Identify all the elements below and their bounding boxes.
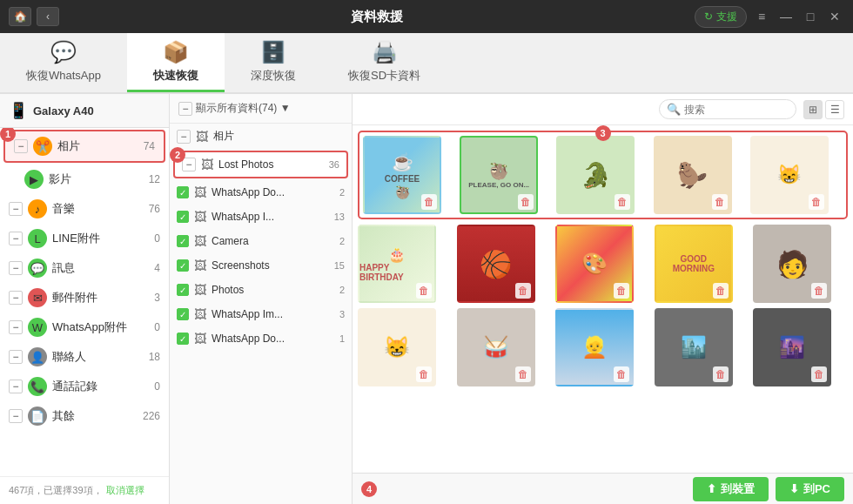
- sidebar-item-video[interactable]: ▶ 影片 12: [0, 165, 169, 194]
- mid-wdo2-label: WhatsApp Do...: [212, 333, 285, 345]
- delete-p6[interactable]: 🗑: [416, 283, 432, 299]
- collapse-calllog[interactable]: −: [9, 380, 23, 393]
- sidebar-item-calllog[interactable]: − 📞 通話記錄 0: [0, 372, 169, 401]
- middle-item-whatsapp-do1[interactable]: ✓ 🖼 WhatsApp Do... 2: [170, 180, 352, 205]
- to-device-button[interactable]: ⬆ 到裝置: [693, 477, 769, 501]
- delete-p8[interactable]: 🗑: [614, 283, 629, 299]
- collapse-messages[interactable]: −: [9, 261, 23, 275]
- check-screenshots[interactable]: ✓: [177, 259, 189, 272]
- check-whatsapp-i[interactable]: ✓: [177, 211, 189, 223]
- collapse-line[interactable]: −: [9, 232, 23, 245]
- tab-deep-restore[interactable]: 🗄️ 深度恢復: [225, 33, 322, 92]
- device-name: Galaxy A40: [33, 104, 94, 118]
- collapse-photos[interactable]: −: [14, 139, 28, 153]
- whatsapp-tab-icon: 💬: [50, 40, 77, 64]
- check-camera[interactable]: ✓: [177, 235, 189, 247]
- collapse-lost-photos[interactable]: −: [182, 158, 196, 171]
- to-pc-button[interactable]: ⬇ 到PC: [776, 477, 844, 501]
- video-count: 12: [149, 173, 160, 185]
- support-button[interactable]: ↻ 支援: [695, 6, 747, 28]
- minimize-button[interactable]: —: [776, 7, 796, 26]
- check-wim[interactable]: ✓: [177, 308, 189, 320]
- collapse-email[interactable]: −: [9, 291, 23, 305]
- quick-tab-icon: 📦: [163, 40, 189, 64]
- view-toggle: ⊞ ☰: [803, 100, 844, 119]
- collapse-all-btn[interactable]: −: [178, 102, 192, 116]
- delete-p11[interactable]: 🗑: [416, 366, 432, 382]
- clear-selection-link[interactable]: 取消選擇: [106, 484, 144, 497]
- messages-icon: 💬: [28, 259, 47, 278]
- photo-item-p15[interactable]: 🌆 🗑: [753, 308, 831, 386]
- photo-item-p11[interactable]: 😸 🗑: [358, 308, 436, 386]
- delete-p4[interactable]: 🗑: [712, 194, 728, 210]
- delete-p7[interactable]: 🗑: [515, 283, 531, 299]
- sidebar-item-photos[interactable]: − ✂️ 相片 74 1: [3, 130, 165, 163]
- collapse-contacts[interactable]: −: [9, 350, 23, 364]
- collapse-whatsapp[interactable]: −: [9, 320, 23, 334]
- photo-item-p4[interactable]: 🦫 🗑: [654, 136, 732, 214]
- mid-photos-label: 相片: [213, 129, 234, 144]
- delete-p12[interactable]: 🗑: [515, 366, 531, 382]
- middle-item-whatsapp-im[interactable]: ✓ 🖼 WhatsApp Im... 3: [170, 302, 352, 326]
- list-view-button[interactable]: ☰: [825, 100, 844, 119]
- delete-p5[interactable]: 🗑: [809, 194, 824, 210]
- photo-item-p5[interactable]: 😸 🗑: [750, 136, 829, 214]
- photo-item-p12[interactable]: 🥁 🗑: [457, 308, 535, 386]
- search-box[interactable]: 🔍: [659, 99, 796, 119]
- photo-row-1-group: ☕COFFEE 🦥 🗑 🦥 PLEASE, GO ON... 🗑 🐊: [358, 131, 848, 219]
- middle-item-whatsapp-i[interactable]: ✓ 🖼 WhatsApp I... 13: [170, 205, 352, 229]
- folder-icon-wd2: 🖼: [194, 332, 206, 346]
- middle-item-photos[interactable]: − 🖼 相片: [170, 124, 352, 149]
- delete-p10[interactable]: 🗑: [811, 283, 827, 299]
- collapse-audio[interactable]: −: [9, 202, 23, 216]
- check-whatsapp-do1[interactable]: ✓: [177, 186, 189, 198]
- menu-button[interactable]: ≡: [752, 7, 771, 26]
- sidebar-item-email[interactable]: − ✉ 郵件附件 3: [0, 283, 169, 312]
- collapse-other[interactable]: −: [9, 409, 23, 423]
- check-photos2[interactable]: ✓: [177, 284, 189, 296]
- photo-item-p7[interactable]: 🏀 🗑: [457, 225, 535, 303]
- photo-item-p3[interactable]: 🐊 🗑: [556, 136, 635, 214]
- sidebar-item-line[interactable]: − L LINE附件 0: [0, 224, 169, 253]
- middle-item-photos2[interactable]: ✓ 🖼 Photos 2: [170, 278, 352, 302]
- delete-p9[interactable]: 🗑: [713, 283, 729, 299]
- delete-p15[interactable]: 🗑: [811, 366, 827, 382]
- whatsapp-label: WhatsApp附件: [52, 319, 127, 335]
- photo-item-p6[interactable]: 🎂 HAPPY BIRTHDAY 🗑: [358, 225, 436, 303]
- photo-item-p8[interactable]: 🎨 🗑: [555, 225, 634, 303]
- delete-p14[interactable]: 🗑: [713, 366, 729, 382]
- sidebar-item-audio[interactable]: − ♪ 音樂 76: [0, 194, 169, 224]
- collapse-photos-mid[interactable]: −: [177, 130, 191, 144]
- sidebar-item-messages[interactable]: − 💬 訊息 4: [0, 253, 169, 283]
- tab-quick-restore[interactable]: 📦 快速恢復: [127, 33, 225, 92]
- delete-p3[interactable]: 🗑: [615, 194, 630, 210]
- middle-item-screenshots[interactable]: ✓ 🖼 Screenshots 15: [170, 253, 352, 278]
- photo-item-p13[interactable]: 👱 🗑: [555, 308, 634, 386]
- middle-item-camera[interactable]: ✓ 🖼 Camera 2: [170, 229, 352, 253]
- sidebar-item-contacts[interactable]: − 👤 聯絡人 18: [0, 342, 169, 372]
- middle-item-lost-photos[interactable]: − 🖼 Lost Photos 36 2: [173, 151, 348, 178]
- middle-item-whatsapp-do2[interactable]: ✓ 🖼 WhatsApp Do... 1: [170, 326, 352, 351]
- middle-header[interactable]: − 顯示所有資料(74) ▼: [170, 94, 352, 124]
- photo-item-p10[interactable]: 🧑 🗑: [753, 225, 831, 303]
- search-input[interactable]: [684, 104, 789, 116]
- photo-item-p1[interactable]: ☕COFFEE 🦥 🗑: [363, 136, 441, 214]
- photo-item-p9[interactable]: GOODMORNING 🗑: [655, 225, 733, 303]
- check-wdo2[interactable]: ✓: [177, 333, 189, 345]
- tab-whatsapp[interactable]: 💬 恢復WhatsApp: [0, 33, 127, 92]
- photo-item-p2[interactable]: 🦥 PLEASE, GO ON... 🗑: [460, 136, 538, 214]
- grid-view-button[interactable]: ⊞: [803, 100, 823, 119]
- title-bar-nav: 🏠 ‹: [9, 7, 59, 26]
- back-button[interactable]: ‹: [37, 7, 59, 26]
- delete-p1[interactable]: 🗑: [421, 194, 437, 210]
- delete-p2[interactable]: 🗑: [518, 194, 534, 210]
- tab-whatsapp-label: 恢復WhatsApp: [26, 68, 101, 84]
- home-button[interactable]: 🏠: [9, 7, 31, 26]
- sidebar-item-other[interactable]: − 📄 其餘 226: [0, 401, 169, 431]
- photo-item-p14[interactable]: 🏙️ 🗑: [655, 308, 733, 386]
- maximize-button[interactable]: □: [801, 7, 820, 26]
- tab-sd-restore[interactable]: 🖨️ 恢復SD卡資料: [322, 33, 447, 92]
- sidebar-item-whatsapp[interactable]: − W WhatsApp附件 0: [0, 312, 169, 342]
- delete-p13[interactable]: 🗑: [614, 366, 629, 382]
- close-button[interactable]: ✕: [825, 7, 844, 26]
